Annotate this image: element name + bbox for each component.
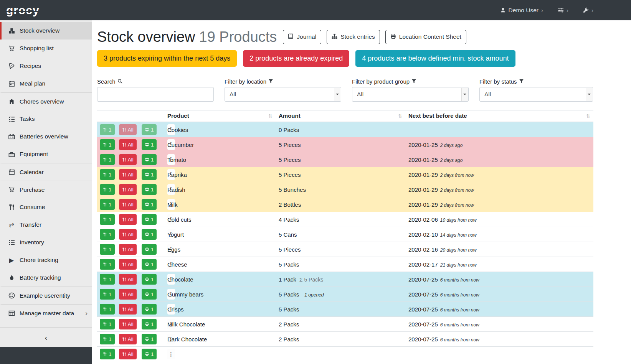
consume-all-button[interactable]: All [119,319,137,329]
product-group-filter-select[interactable]: All [352,87,469,102]
open-one-button[interactable]: 1 [142,304,157,315]
consume-one-button[interactable]: 1 [100,229,115,240]
consume-all-button[interactable]: All [119,199,137,210]
date-column-header[interactable]: Next best before date⇅ [405,110,593,122]
consume-one-button[interactable]: 1 [100,169,115,180]
sidebar-item-manage-master-data[interactable]: Manage master data › [0,304,92,322]
sidebar-item-chores-overview[interactable]: Chores overview [0,92,92,110]
consume-one-button[interactable]: 1 [100,304,115,315]
sidebar-item-consume[interactable]: Consume [0,198,92,216]
consume-one-button[interactable]: 1 [100,244,115,255]
consume-all-button[interactable]: All [119,274,137,285]
consume-one-button[interactable]: 1 [100,139,115,150]
stock-entries-button[interactable]: Stock entries [327,30,380,44]
smiley-icon [7,292,16,299]
open-one-button[interactable]: 1 [142,124,157,135]
consume-one-button[interactable]: 1 [100,124,115,135]
sidebar-item-stock-overview[interactable]: Stock overview [0,22,92,40]
consume-one-button[interactable]: 1 [100,214,115,225]
sort-icon[interactable]: ⇅ [586,113,590,119]
consume-one-button[interactable]: 1 [100,289,115,300]
sidebar-item-transfer[interactable]: ⇄ Transfer [0,216,92,234]
sidebar-item-recipes[interactable]: Recipes [0,57,92,75]
sidebar-item-example-userentity[interactable]: Example userentity [0,287,92,304]
table-row: 1 All 1 ⋮ Milk Chocolate 2 Packs 2020-07… [97,317,593,332]
consume-all-button[interactable]: All [119,304,137,315]
sidebar-item-batteries-overview[interactable]: Batteries overview [0,128,92,145]
product-column-header[interactable]: Product⇅ [164,110,276,122]
open-one-button[interactable]: 1 [142,214,157,225]
row-actions-cell: 1 All 1 ⋮ [97,122,164,137]
consume-all-button[interactable]: All [119,289,137,300]
utensils-icon [122,292,126,296]
consume-one-button[interactable]: 1 [100,184,115,195]
sidebar-item-battery-tracking[interactable]: Battery tracking [0,269,92,287]
open-one-button[interactable]: 1 [142,154,157,165]
sort-icon[interactable]: ⇅ [398,113,402,119]
expired-products-alert[interactable]: 2 products are already expired [243,50,349,67]
sidebar-item-meal-plan[interactable]: Meal plan [0,75,92,92]
open-one-button[interactable]: 1 [142,319,157,329]
below-min-stock-alert[interactable]: 4 products are below defined min. stock … [355,50,515,67]
location-content-sheet-button[interactable]: Location Content Sheet [385,30,466,44]
status-filter-select[interactable]: All [479,87,593,102]
open-one-button[interactable]: 1 [142,289,157,300]
sort-icon[interactable]: ⇅ [268,113,273,119]
row-more-menu-button[interactable]: ⋮ [167,349,175,359]
table-row: 1 All 1 ⋮ Yogurt 5 Cans 2020-02-1014 day… [97,227,593,242]
open-one-button[interactable]: 1 [142,169,157,180]
stock-table-body: 1 All 1 ⋮ Cookies 0 Packs 1 [97,122,593,362]
expiring-products-alert[interactable]: 3 products expiring within the next 5 da… [97,50,237,67]
consume-one-button[interactable]: 1 [100,274,115,285]
consume-all-button[interactable]: All [119,259,137,270]
consume-all-button[interactable]: All [119,214,137,225]
sidebar-collapse-button[interactable]: ‹ [0,327,92,347]
consume-all-button[interactable]: All [119,244,137,255]
sidebar-item-inventory[interactable]: Inventory [0,234,92,251]
consume-one-button[interactable]: 1 [100,334,115,344]
admin-menu[interactable]: › [583,7,593,13]
amount-column-header[interactable]: Amount⇅ [276,110,405,122]
consume-one-button[interactable]: 1 [100,259,115,270]
consume-one-button[interactable]: 1 [100,199,115,210]
sidebar-item-label: Transfer [20,221,41,228]
consume-all-button[interactable]: All [119,139,137,150]
sidebar-item-calendar[interactable]: Calendar [0,163,92,181]
sidebar-item-purchase[interactable]: Purchase [0,181,92,198]
settings-menu[interactable]: › [558,7,568,13]
date-cell [405,122,593,137]
consume-all-button[interactable]: All [119,349,137,359]
open-one-button[interactable]: 1 [142,184,157,195]
open-one-button[interactable]: 1 [142,244,157,255]
consume-one-button[interactable]: 1 [100,154,115,165]
utensils-icon [122,277,126,282]
search-input[interactable] [97,87,214,102]
sidebar-item-shopping-list[interactable]: Shopping list [0,40,92,57]
journal-button[interactable]: Journal [283,30,321,44]
open-one-button[interactable]: 1 [142,229,157,240]
sidebar-item-chore-tracking[interactable]: ▶ Chore tracking [0,251,92,269]
open-one-button[interactable]: 1 [142,274,157,285]
open-one-button[interactable]: 1 [142,139,157,150]
user-menu[interactable]: Demo User › [500,7,543,14]
consume-all-button[interactable]: All [119,229,137,240]
open-one-button[interactable]: 1 [142,199,157,210]
utensils-icon [103,277,107,282]
grocy-logo[interactable]: grocy [6,5,40,16]
consume-one-button[interactable]: 1 [100,319,115,329]
sidebar-item-tasks[interactable]: Tasks [0,110,92,128]
box-open-icon [145,187,149,192]
open-one-button[interactable]: 1 [142,259,157,270]
consume-all-button[interactable]: All [119,154,137,165]
location-filter-select[interactable]: All [225,87,341,102]
open-one-button[interactable]: 1 [142,334,157,344]
utensils-icon [103,143,107,147]
consume-all-button[interactable]: All [119,169,137,180]
consume-all-button[interactable]: All [119,334,137,344]
sidebar-item-equipment[interactable]: Equipment [0,145,92,163]
consume-all-button[interactable]: All [119,184,137,195]
consume-all-button[interactable]: All [119,124,137,135]
open-one-button[interactable]: 1 [142,349,157,359]
consume-one-button[interactable]: 1 [100,349,115,359]
table-row: 1 All 1 ⋮ Cheese 5 Packs 2020-02-1721 da… [97,257,593,272]
